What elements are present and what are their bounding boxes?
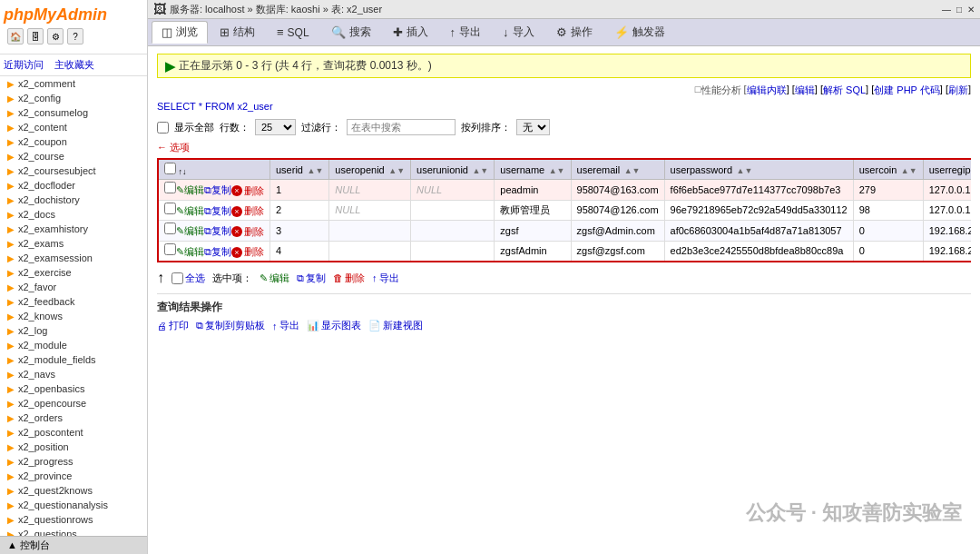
sidebar-item-x2_config[interactable]: ▶x2_config [0,91,147,105]
row-checkbox[interactable] [164,203,176,214]
rows-select[interactable]: 25 50 100 [255,119,296,135]
bottom-copy-link[interactable]: ⧉ 复制 [297,272,326,285]
row-delete-link[interactable]: ×删除 [231,245,264,259]
sidebar-item-x2_knows[interactable]: ▶x2_knows [0,309,147,323]
sidebar-item-x2_course[interactable]: ▶x2_course [0,149,147,163]
bottom-edit-link[interactable]: ✎ 编辑 [260,272,289,285]
new-view-link[interactable]: 📄 新建视图 [368,319,423,332]
sidebar-item-x2_coupon[interactable]: ▶x2_coupon [0,134,147,149]
sidebar-item-x2_questionrows[interactable]: ▶x2_questionrows [0,512,147,527]
sidebar-icon-help[interactable]: ? [67,28,83,45]
sidebar-item-x2_questionanalysis[interactable]: ▶x2_questionanalysis [0,498,147,512]
sidebar-item-label: x2_questionanalysis [18,500,108,510]
row-copy-link[interactable]: ⧉复制 [204,204,231,218]
perf-edit-link[interactable]: 编辑 [795,84,815,97]
row-delete-link[interactable]: ×删除 [231,204,264,218]
close-button[interactable]: ✕ [967,5,975,15]
sidebar-item-x2_log[interactable]: ▶x2_log [0,323,147,338]
sidebar-item-x2_progress[interactable]: ▶x2_progress [0,454,147,469]
tab-import[interactable]: ↓导入 [493,21,544,44]
sidebar-item-x2_docfloder[interactable]: ▶x2_docfloder [0,178,147,193]
sidebar-item-x2_dochistory[interactable]: ▶x2_dochistory [0,193,147,207]
row-copy-link[interactable]: ⧉复制 [204,183,231,197]
recent-nav[interactable]: 近期访问 [4,58,44,72]
tab-export[interactable]: ↑导出 [440,21,492,44]
sidebar-item-x2_position[interactable]: ▶x2_position [0,440,147,454]
sidebar-item-x2_questions[interactable]: ▶x2_questions [0,527,147,536]
useropenid-sort-icon[interactable]: ▲▼ [387,166,405,175]
sort-select[interactable]: 无 [516,119,550,135]
sidebar-item-x2_exercise[interactable]: ▶x2_exercise [0,265,147,280]
tab-triggers[interactable]: ⚡触发器 [604,21,675,44]
print-link[interactable]: 🖨 打印 [157,319,189,332]
usercoin-sort-icon[interactable]: ▲▼ [898,166,916,175]
sidebar-item-x2_province[interactable]: ▶x2_province [0,469,147,483]
perf-refresh-link[interactable]: 刷新 [948,84,968,97]
restore-button[interactable]: □ [956,5,962,15]
sidebar-item-x2_content[interactable]: ▶x2_content [0,120,147,134]
sidebar-item-label: x2_quest2knows [18,485,93,496]
sidebar-icon-home[interactable]: 🏠 [7,28,24,45]
sidebar-item-x2_exams[interactable]: ▶x2_exams [0,236,147,251]
sidebar-item-x2_comment[interactable]: ▶x2_comment [0,76,147,91]
perf-php-link[interactable]: 创建 PHP 代码 [874,84,940,97]
row-checkbox[interactable] [164,182,176,193]
sidebar-icon-db[interactable]: 🗄 [27,28,44,45]
userid-sort-icon[interactable]: ▲▼ [305,166,323,175]
username-sort-icon[interactable]: ▲▼ [546,166,564,175]
tab-structure[interactable]: ⊞结构 [210,21,265,44]
sidebar-item-x2_poscontent[interactable]: ▶x2_poscontent [0,425,147,440]
row-copy-link[interactable]: ⧉复制 [204,245,231,259]
tab-insert[interactable]: ✚插入 [383,21,438,44]
check-all-link[interactable]: 全选 [172,272,205,285]
tab-browse[interactable]: ◫浏览 [152,21,208,44]
chart-link[interactable]: 📊 显示图表 [307,319,361,332]
sidebar-item-x2_examsession[interactable]: ▶x2_examsession [0,251,147,265]
sidebar-item-x2_examhistory[interactable]: ▶x2_examhistory [0,222,147,236]
copy-clipboard-link[interactable]: ⧉ 复制到剪贴板 [196,319,265,332]
row-checkbox[interactable] [164,243,176,255]
sidebar-item-x2_coursesubject[interactable]: ▶x2_coursesubject [0,163,147,178]
sidebar-item-x2_opencourse[interactable]: ▶x2_opencourse [0,396,147,411]
sidebar-item-x2_quest2knows[interactable]: ▶x2_quest2knows [0,483,147,498]
sidebar-item-x2_openbasics[interactable]: ▶x2_openbasics [0,381,147,396]
table-icon: ▶ [7,355,15,365]
perf-inline-link[interactable]: 编辑内联 [747,84,787,97]
userunionid-sort-icon[interactable]: ▲▼ [470,166,488,175]
bottom-export-link[interactable]: ↑ 导出 [372,272,399,285]
row-edit-link[interactable]: ✎编辑 [176,224,204,238]
bottom-delete-link[interactable]: 🗑 删除 [333,272,365,285]
sidebar-item-x2_module[interactable]: ▶x2_module [0,338,147,352]
sidebar-item-x2_module_fields[interactable]: ▶x2_module_fields [0,352,147,367]
sidebar-item-x2_orders[interactable]: ▶x2_orders [0,411,147,425]
sql-query-link[interactable]: SELECT * FROM x2_user [157,101,971,112]
sidebar-footer[interactable]: ▲ 控制台 [0,536,147,554]
tab-sql[interactable]: ≡SQL [267,22,319,43]
bottom-toolbar: ↑ 全选 选中项： ✎ 编辑 ⧉ 复制 🗑 删除 ↑ 导出 [157,270,971,286]
filter-input[interactable] [347,119,456,135]
row-delete-link[interactable]: ×删除 [231,225,264,239]
check-all-checkbox[interactable] [172,272,183,284]
sidebar-icon-settings[interactable]: ⚙ [47,28,64,45]
row-edit-link[interactable]: ✎编辑 [176,245,204,259]
row-edit-link[interactable]: ✎编辑 [176,204,204,218]
export-link[interactable]: ↑ 导出 [272,319,299,332]
userpassword-sort-icon[interactable]: ▲▼ [734,166,752,175]
sidebar-item-x2_consumelog[interactable]: ▶x2_consumelog [0,105,147,120]
show-all-checkbox[interactable] [157,122,169,134]
tab-operations[interactable]: ⚙操作 [546,21,603,44]
row-checkbox[interactable] [164,223,176,234]
sidebar-item-x2_navs[interactable]: ▶x2_navs [0,367,147,381]
row-edit-link[interactable]: ✎编辑 [176,183,204,197]
sidebar-item-x2_docs[interactable]: ▶x2_docs [0,207,147,222]
sidebar-item-x2_favor[interactable]: ▶x2_favor [0,280,147,294]
tab-search[interactable]: 🔍搜索 [321,21,381,44]
favorites-nav[interactable]: 主收藏夹 [54,58,94,72]
row-copy-link[interactable]: ⧉复制 [204,224,231,238]
row-delete-link[interactable]: ×删除 [231,184,264,198]
header-checkbox[interactable] [164,163,176,174]
sidebar-item-x2_feedback[interactable]: ▶x2_feedback [0,294,147,309]
perf-parse-link[interactable]: 解析 SQL [823,84,866,97]
useremail-sort-icon[interactable]: ▲▼ [622,166,640,175]
minimize-button[interactable]: — [942,5,951,15]
